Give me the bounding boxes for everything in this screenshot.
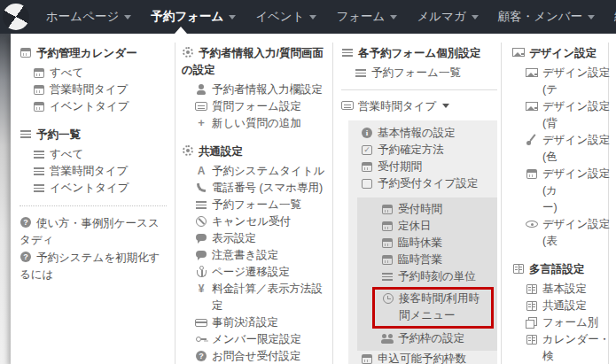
menu-item[interactable]: 営業時間タイプ — [19, 81, 168, 98]
menu-item[interactable]: 事前決済設定 — [182, 314, 329, 331]
menu-item-label: 予約一覧 — [36, 128, 81, 141]
menu-item[interactable]: 新しい質問の追加 — [182, 115, 329, 132]
menu-item[interactable]: キャンセル受付 — [182, 213, 329, 230]
menu-column-calendar-list: 予約管理カレンダーすべて営業時間タイプイベントタイプ予約一覧すべて営業時間タイプ… — [19, 44, 168, 283]
anchor-icon — [195, 266, 207, 278]
menu-item[interactable]: 使い方・事例別ケーススタディ — [19, 214, 168, 249]
menu-item[interactable]: 基本情報の設定 — [348, 125, 497, 142]
menu-section-header[interactable]: 予約者情報入力/質問画面の設定 — [182, 44, 329, 79]
menu-item-label: 臨時営業 — [398, 252, 497, 268]
cal-icon — [381, 236, 394, 249]
menu-section-header[interactable]: 予約一覧 — [19, 126, 168, 143]
menu-item[interactable]: 定休日 — [357, 218, 497, 235]
menu-item[interactable]: 注意書き設定 — [182, 247, 329, 264]
nav-item[interactable]: ホームページ — [36, 0, 141, 34]
menu-item-label: 予約フォーム一覧 — [212, 197, 329, 213]
menu-item[interactable]: 予約受付タイプ設定 — [348, 175, 497, 192]
menu-item-label: 接客時間/利用時間メニュー — [399, 290, 489, 324]
nav-item[interactable]: 顧客・メンバー — [488, 0, 604, 34]
img-icon — [512, 46, 525, 58]
menu-item[interactable]: 予約システムタイトル — [182, 163, 329, 180]
app-logo-icon[interactable] — [3, 4, 29, 30]
menu-item[interactable]: イベントタイプ — [19, 98, 168, 115]
menu-item[interactable]: 申込可能予約枠数 — [348, 351, 497, 364]
menu-item-label: 事前決済設定 — [212, 314, 329, 331]
menu-item-label: メンバー限定設定 — [212, 331, 329, 348]
clock-icon — [382, 292, 394, 305]
menu-item-label: デザイン設定(背 — [542, 98, 616, 132]
menu-item[interactable]: 受付期間 — [348, 159, 497, 175]
menu-item[interactable]: デザイン設定(表 — [512, 216, 616, 250]
menu-section-header[interactable]: 多言語設定 — [512, 260, 616, 278]
key-icon — [195, 333, 207, 345]
menu-item[interactable]: 営業時間タイプ — [341, 97, 499, 115]
menu-item[interactable]: 予約者情報入力欄設定 — [182, 81, 329, 98]
menu-item[interactable]: 予約時刻の単位 — [357, 268, 497, 285]
menu-item-label: 基本設定 — [542, 281, 616, 298]
menu-item[interactable]: 電話番号 (スマホ専用) — [182, 180, 329, 197]
nav-item-active[interactable]: 予約フォーム — [141, 0, 246, 34]
menu-item[interactable]: 料金計算／表示方法設定 — [182, 281, 329, 314]
yen-icon — [195, 283, 207, 295]
menu-item-label: 予約管理カレンダー — [36, 47, 137, 59]
menu-item[interactable]: フォーム別 — [512, 314, 616, 331]
menu-section-header[interactable]: デザイン設定 — [512, 44, 616, 62]
nav-item[interactable]: 継続課金 — [604, 0, 616, 34]
menu-item[interactable]: 予約確定方法 — [348, 142, 497, 159]
menu-item[interactable]: 質問フォーム設定 — [182, 98, 329, 115]
menu-item[interactable]: イベントタイプ — [19, 180, 168, 197]
menu-column-common-settings: 予約者情報入力/質問画面の設定予約者情報入力欄設定質問フォーム設定新しい質問の追… — [182, 44, 329, 364]
caret-down-icon — [588, 15, 595, 19]
menu-item[interactable]: 臨時休業 — [357, 235, 497, 252]
menu-item[interactable]: 営業時間タイプ — [19, 163, 168, 180]
menu-item[interactable]: 予約フォーム一覧 — [182, 197, 329, 213]
menu-item[interactable]: デザイン設定(背 — [512, 98, 616, 132]
menu-section-header[interactable]: 各予約フォーム個別設定 — [341, 44, 499, 62]
listalt-icon — [341, 99, 354, 112]
menu-item[interactable]: すべて — [19, 146, 168, 163]
book-icon — [526, 299, 538, 312]
brush-icon — [526, 134, 538, 146]
nav-item-label: メルマガ — [417, 9, 465, 25]
cal-icon — [33, 66, 45, 79]
menu-item[interactable]: 予約システムを初期化するには — [19, 249, 168, 283]
menu-item[interactable]: デザイン設定(色 — [512, 132, 616, 166]
menu-item[interactable]: ページ遷移設定 — [182, 264, 329, 281]
menu-item[interactable]: 共通設定 — [512, 298, 616, 314]
cal-icon — [381, 220, 394, 232]
qc-icon — [19, 251, 32, 263]
menu-column-individual-form-settings: 各予約フォーム個別設定予約フォーム一覧営業時間タイプ基本情報の設定予約確定方法受… — [331, 44, 499, 364]
book-icon — [526, 283, 538, 295]
separator — [341, 89, 497, 90]
menu-item-label: 予約フォーム一覧 — [371, 65, 499, 81]
nav-item[interactable]: イベント — [246, 0, 326, 34]
menu-item[interactable]: メンバー限定設定 — [182, 331, 329, 348]
menu-item[interactable]: デザイン設定(カ ー) — [512, 166, 616, 216]
nav-item[interactable]: フォーム — [326, 0, 407, 34]
menu-item-label: 電話番号 (スマホ専用) — [212, 180, 329, 197]
menu-section-header[interactable]: 予約管理カレンダー — [19, 44, 168, 62]
menu-item-label: 基本情報の設定 — [378, 125, 497, 142]
menu-item[interactable]: 臨時営業 — [357, 252, 497, 268]
menu-item[interactable]: 基本設定 — [512, 281, 616, 298]
menu-section-header[interactable]: 共通設定 — [182, 143, 329, 160]
menu-item[interactable]: お問合せ受付設定 — [182, 348, 329, 364]
menu-item-label: すべて — [50, 65, 168, 81]
menu-item[interactable]: 表示設定 — [182, 230, 329, 247]
bubble-icon — [195, 249, 207, 261]
menu-item-label: 予約システムタイトル — [212, 163, 329, 180]
menu-item[interactable]: 受付時間 — [357, 201, 497, 218]
caret-down-icon — [442, 104, 449, 108]
menu-item[interactable]: すべて — [19, 65, 168, 81]
menu-item[interactable]: 予約枠の設定 — [357, 330, 497, 347]
menu-item-label: イベントタイプ — [50, 98, 168, 115]
highlighted-menu-item[interactable]: 接客時間/利用時間メニュー — [372, 287, 494, 329]
square-icon — [361, 177, 373, 190]
nav-item[interactable]: メルマガ — [407, 0, 487, 34]
book-icon — [526, 333, 538, 345]
menu-item[interactable]: デザイン設定(テ — [512, 65, 616, 98]
nav-item-label: 顧客・メンバー — [498, 9, 582, 25]
mega-dropdown-panel: 予約管理カレンダーすべて営業時間タイプイベントタイプ予約一覧すべて営業時間タイプ… — [11, 34, 616, 364]
menu-item[interactable]: カレンダー・検 — [512, 331, 616, 364]
menu-item[interactable]: 予約フォーム一覧 — [341, 65, 499, 81]
